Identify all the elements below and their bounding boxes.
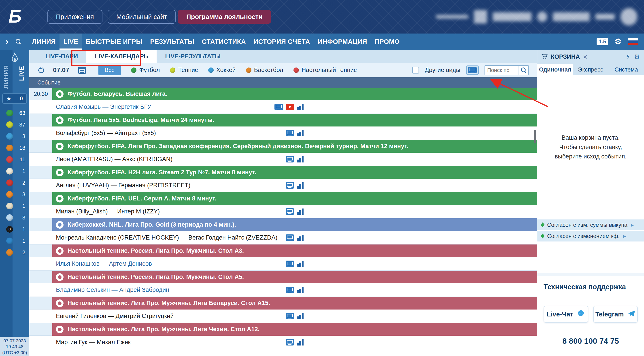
match-name[interactable]: Англия (LUVYAAH) — Германия (PRITISTREET… (56, 182, 190, 189)
match-name[interactable]: Милан (Billy_Alish) — Интер М (IZZY) (56, 208, 160, 215)
match-name[interactable]: Мартин Гук — Михал Ежек (56, 339, 131, 346)
filter-chip-hockey[interactable]: Хоккей (208, 67, 236, 73)
search-icon[interactable] (15, 33, 22, 50)
sidebar-tab-live[interactable]: LIVE (18, 66, 25, 81)
event-row[interactable]: Владимир Селькин — Андрей Забродин (29, 283, 537, 297)
nav-item-bet-history[interactable]: ИСТОРИЯ СЧЕТА (250, 33, 314, 50)
sidebar-sport-tennis[interactable]: 37 (0, 119, 29, 130)
statistics-icon[interactable] (297, 313, 304, 319)
sidebar-sport-billiards[interactable]: 8 1 (0, 224, 29, 235)
support-phone[interactable]: 8 800 100 74 75 (544, 337, 638, 346)
event-row[interactable]: Мартин Гук — Михал Ежек (29, 336, 537, 349)
nav-item-fast-games[interactable]: БЫСТРЫЕ ИГРЫ (82, 33, 146, 50)
event-row[interactable]: Лион (AMATERASU) — Аякс (KERRIGAN) (29, 153, 537, 166)
nav-item-statistics[interactable]: СТАТИСТИКА (198, 33, 250, 50)
scrollbar[interactable] (534, 130, 536, 143)
statistics-icon[interactable] (297, 209, 304, 215)
sidebar-tab-liniya[interactable]: ЛИНИЯ (3, 65, 10, 89)
search-input[interactable] (485, 67, 518, 73)
mobile-site-button[interactable]: Мобильный сайт (108, 10, 176, 24)
nav-item-information[interactable]: ИНФОРМАЦИЯ (314, 33, 371, 50)
event-row[interactable]: Славия Мозырь — Энергетик БГУ (29, 100, 537, 114)
tv-stream-icon[interactable] (286, 156, 294, 162)
statistics-icon[interactable] (297, 130, 304, 136)
odds-format-badge[interactable]: 1.5 (596, 38, 608, 45)
filter-chip-all[interactable]: Все (98, 65, 121, 75)
sidebar-sport-darts[interactable]: 2 (0, 247, 29, 258)
tv-stream-icon[interactable] (286, 287, 294, 293)
statistics-icon[interactable] (297, 104, 304, 110)
tv-stream-icon[interactable] (286, 234, 294, 241)
sidebar-sport-badminton[interactable]: 3 (0, 212, 29, 224)
event-row[interactable]: Милан (Billy_Alish) — Интер М (IZZY) (29, 205, 537, 218)
basket-settings-gear-icon[interactable]: ⚙ (634, 53, 640, 60)
close-icon[interactable]: × (583, 53, 588, 60)
agree-buyout-sum-toggle[interactable]: Согласен с изм. суммы выкупа ▸ (537, 219, 644, 230)
tv-filter-button[interactable] (466, 65, 479, 75)
match-name[interactable]: Вольфсбург (5x5) — Айнтрахт (5x5) (56, 130, 156, 137)
match-name[interactable]: Евгений Гиленков — Дмитрий Стригуцкий (56, 313, 174, 320)
live-chat-button[interactable]: Live-Чат (544, 306, 588, 323)
tv-stream-icon[interactable] (286, 182, 294, 189)
tv-stream-icon[interactable] (274, 104, 283, 110)
sidebar-sport-table-tennis[interactable]: 11 (0, 154, 29, 165)
event-row[interactable]: Евгений Гиленков — Дмитрий Стригуцкий (29, 310, 537, 323)
tab-express-bet[interactable]: Экспресс (573, 64, 608, 75)
youtube-icon[interactable] (286, 104, 294, 110)
tv-stream-icon[interactable] (286, 261, 294, 267)
search-submit-button[interactable] (518, 66, 528, 75)
tv-stream-icon[interactable] (286, 208, 294, 215)
event-row[interactable]: Англия (LUVYAAH) — Германия (PRITISTREET… (29, 179, 537, 192)
event-row[interactable]: Монреаль Канадиенс (CREATIVE HOCKEY) — В… (29, 231, 537, 245)
statistics-icon[interactable] (297, 261, 304, 267)
nav-item-live[interactable]: LIVE (60, 33, 82, 50)
nav-item-results[interactable]: РЕЗУЛЬТАТЫ (146, 33, 198, 50)
match-name[interactable]: Лион (AMATERASU) — Аякс (KERRIGAN) (56, 156, 172, 163)
selected-date[interactable]: 07.07 (53, 66, 69, 74)
loyalty-program-button[interactable]: Программа лояльности (178, 10, 271, 24)
language-flag-icon[interactable] (628, 38, 638, 45)
nav-item-liniya[interactable]: ЛИНИЯ (28, 33, 60, 50)
collapse-arrow-icon[interactable]: › (5, 33, 8, 50)
other-sports-checkbox[interactable] (412, 67, 419, 73)
filter-chip-basketball[interactable]: Баскетбол (246, 67, 283, 73)
tab-live-results[interactable]: LIVE-РЕЗУЛЬТАТЫ (156, 50, 229, 63)
lightning-icon[interactable] (626, 53, 630, 60)
sidebar-sport-basketball[interactable]: 18 (0, 142, 29, 154)
sidebar-sport-hockey[interactable]: 3 (0, 130, 29, 142)
brand-logo[interactable]: Б (8, 6, 22, 27)
match-name[interactable]: Владимир Селькин — Андрей Забродин (56, 287, 169, 294)
favorites-button[interactable]: ★ 0 (2, 93, 27, 104)
statistics-icon[interactable] (297, 287, 304, 293)
apps-button[interactable]: Приложения (48, 10, 102, 24)
tv-stream-icon[interactable] (286, 130, 294, 136)
settings-gear-icon[interactable]: ⚙ (614, 37, 622, 45)
match-name[interactable]: Славия Мозырь — Энергетик БГУ (56, 103, 151, 110)
sidebar-sport-beach-volleyball[interactable]: 1 (0, 200, 29, 212)
event-row[interactable]: Вольфсбург (5x5) — Айнтрахт (5x5) (29, 126, 537, 140)
event-row[interactable]: Илья Конашков — Артем Денисов (29, 257, 537, 271)
calendar-icon[interactable] (78, 67, 86, 74)
tab-single-bet[interactable]: Одиночная (537, 64, 573, 75)
tab-system-bet[interactable]: Система (608, 64, 644, 75)
refresh-icon[interactable] (37, 66, 45, 74)
sidebar-sport-volleyball[interactable]: 1 (0, 165, 29, 177)
sidebar-sport-swimming[interactable]: 1 (0, 235, 29, 247)
sidebar-sport-athletics[interactable]: 3 (0, 189, 29, 200)
tv-stream-icon[interactable] (286, 339, 294, 346)
tab-live-calendar[interactable]: LIVE-КАЛЕНДАРЬ (86, 50, 156, 63)
agree-odds-change-toggle[interactable]: Согласен с изменением кф. ▸ (537, 230, 644, 241)
filter-chip-football[interactable]: Футбол (131, 67, 160, 73)
tv-stream-icon[interactable] (286, 313, 294, 319)
sidebar-sport-football[interactable]: 63 (0, 107, 29, 119)
telegram-button[interactable]: Telegram (593, 306, 638, 323)
hot-events-flame-icon[interactable] (10, 52, 19, 65)
statistics-icon[interactable] (297, 339, 304, 346)
tab-live-pari[interactable]: LIVE-ПАРИ (37, 50, 86, 63)
filter-chip-tennis[interactable]: Теннис (170, 67, 198, 73)
match-name[interactable]: Монреаль Канадиенс (CREATIVE HOCKEY) — В… (56, 234, 277, 241)
statistics-icon[interactable] (297, 182, 304, 189)
statistics-icon[interactable] (297, 156, 304, 162)
filter-chip-table-tennis[interactable]: Настольный теннис (294, 67, 357, 73)
nav-item-promo[interactable]: ПРОМО (371, 33, 404, 50)
